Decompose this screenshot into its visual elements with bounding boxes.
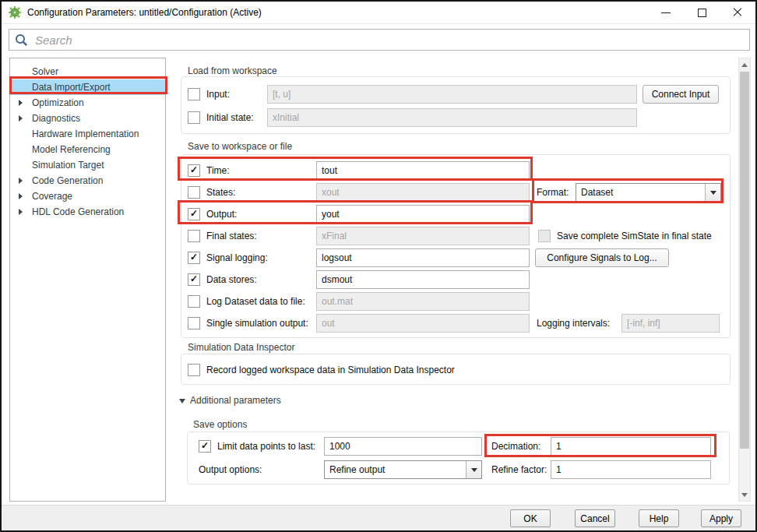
- help-button[interactable]: Help: [639, 509, 679, 527]
- additional-parameters-label: Additional parameters: [190, 395, 281, 406]
- section-title-sdi: Simulation Data Inspector: [188, 342, 294, 353]
- single-sim-output-label: Single simulation output:: [206, 318, 308, 329]
- final-states-field[interactable]: [316, 227, 530, 245]
- input-checkbox[interactable]: [188, 88, 200, 100]
- sidebar-item-solver[interactable]: Solver: [10, 64, 165, 79]
- sidebar-item-diagnostics[interactable]: Diagnostics: [10, 111, 165, 126]
- initial-state-checkbox[interactable]: [188, 111, 200, 124]
- limit-data-points-checkbox[interactable]: ✓: [199, 440, 211, 453]
- search-icon: [15, 33, 28, 47]
- scrollbar-thumb[interactable]: [740, 72, 749, 449]
- apply-button[interactable]: Apply: [701, 509, 741, 527]
- logging-intervals-field[interactable]: [621, 314, 720, 333]
- connect-input-button[interactable]: Connect Input: [643, 85, 719, 104]
- close-button[interactable]: [720, 2, 755, 23]
- expand-arrow-icon[interactable]: [19, 100, 23, 106]
- format-dropdown[interactable]: Dataset: [576, 183, 721, 202]
- states-checkbox[interactable]: [188, 186, 200, 199]
- chevron-up-icon: [741, 63, 748, 67]
- output-checkbox[interactable]: ✓: [188, 208, 200, 220]
- initial-state-field[interactable]: [267, 108, 637, 127]
- load-from-workspace-group: Input: Connect Input Initial state:: [181, 76, 731, 134]
- dropdown-arrow-icon[interactable]: [705, 184, 720, 201]
- expand-arrow-icon[interactable]: [19, 209, 23, 215]
- configure-signals-button[interactable]: Configure Signals to Log...: [535, 248, 669, 267]
- additional-parameters-header[interactable]: Additional parameters: [179, 395, 281, 406]
- format-value: Dataset: [576, 184, 705, 201]
- data-stores-checkbox[interactable]: ✓: [188, 273, 200, 286]
- sidebar-item-label: HDL Code Generation: [32, 206, 124, 217]
- record-sdi-checkbox[interactable]: [188, 364, 200, 376]
- sidebar-item-label: Model Referencing: [32, 144, 111, 155]
- input-field[interactable]: [267, 85, 637, 104]
- vertical-scrollbar[interactable]: [738, 58, 751, 502]
- ok-button[interactable]: OK: [510, 509, 551, 527]
- decimation-field[interactable]: [551, 437, 711, 456]
- single-sim-output-checkbox[interactable]: [188, 317, 200, 329]
- sidebar-item-label: Code Generation: [32, 175, 103, 186]
- input-label: Input:: [206, 89, 230, 100]
- sidebar-item-hdl-code-generation[interactable]: HDL Code Generation: [10, 204, 165, 220]
- dropdown-arrow-icon[interactable]: [466, 461, 481, 478]
- window-title: Configuration Parameters: untitled/Confi…: [27, 7, 262, 18]
- close-icon: [733, 8, 742, 17]
- section-title-save-to-workspace: Save to workspace or file: [188, 141, 292, 152]
- sidebar-item-label: Coverage: [32, 191, 72, 202]
- time-field[interactable]: [316, 161, 530, 180]
- data-stores-field[interactable]: [316, 270, 530, 289]
- collapse-arrow-icon[interactable]: [179, 399, 185, 403]
- check-icon: ✓: [190, 164, 198, 175]
- save-simstate-label: Save complete SimState in final state: [557, 231, 712, 241]
- sidebar-item-data-import-export[interactable]: Data Import/Export: [10, 79, 165, 95]
- maximize-icon: [698, 9, 706, 17]
- single-sim-output-field[interactable]: [316, 314, 530, 333]
- final-states-checkbox[interactable]: [188, 230, 200, 242]
- states-field[interactable]: [316, 183, 530, 202]
- maximize-button[interactable]: [684, 2, 720, 23]
- search-input[interactable]: [33, 33, 744, 48]
- sidebar-tree: Solver Data Import/Export Optimization D…: [9, 58, 166, 502]
- limit-data-points-field[interactable]: [324, 437, 482, 456]
- sidebar-item-label: Solver: [32, 66, 58, 77]
- check-icon: ✓: [190, 273, 198, 284]
- check-icon: ✓: [201, 440, 209, 451]
- states-label: States:: [206, 187, 235, 198]
- sidebar-item-simulation-target[interactable]: Simulation Target: [10, 157, 165, 173]
- log-dataset-label: Log Dataset data to file:: [206, 296, 305, 307]
- scroll-up-button[interactable]: [739, 58, 750, 71]
- output-field[interactable]: [316, 205, 530, 224]
- refine-factor-field[interactable]: [551, 460, 711, 479]
- sdi-group: Record logged workspace data in Simulati…: [181, 354, 731, 385]
- section-title-save-options: Save options: [193, 419, 247, 430]
- minimize-icon: [661, 12, 671, 13]
- sidebar-item-model-referencing[interactable]: Model Referencing: [10, 142, 165, 157]
- expand-arrow-icon[interactable]: [19, 115, 23, 122]
- configuration-parameters-window: Configuration Parameters: untitled/Confi…: [0, 0, 757, 532]
- sidebar-item-hardware-implementation[interactable]: Hardware Implementation: [10, 126, 165, 142]
- sidebar-item-coverage[interactable]: Coverage: [10, 188, 165, 204]
- signal-logging-checkbox[interactable]: ✓: [188, 252, 200, 264]
- output-label: Output:: [206, 209, 237, 220]
- limit-data-points-label: Limit data points to last:: [217, 441, 315, 452]
- scroll-down-button[interactable]: [739, 488, 750, 501]
- cancel-button[interactable]: Cancel: [575, 509, 615, 527]
- section-title-load-from-workspace: Load from workspace: [188, 65, 277, 76]
- expand-arrow-icon[interactable]: [19, 178, 23, 184]
- check-icon: ✓: [190, 252, 198, 262]
- sidebar-item-label: Simulation Target: [32, 160, 104, 171]
- search-bar: [9, 29, 750, 51]
- expand-arrow-icon[interactable]: [19, 193, 23, 199]
- minimize-button[interactable]: [648, 2, 684, 23]
- sidebar-item-label: Hardware Implementation: [32, 129, 139, 139]
- signal-logging-field[interactable]: [316, 248, 530, 267]
- sidebar-item-code-generation[interactable]: Code Generation: [10, 173, 165, 188]
- output-options-dropdown[interactable]: Refine output: [324, 460, 482, 479]
- time-checkbox[interactable]: ✓: [188, 164, 200, 177]
- save-simstate-checkbox[interactable]: [538, 230, 551, 242]
- sidebar-item-optimization[interactable]: Optimization: [10, 95, 165, 111]
- save-options-group: ✓ Limit data points to last: Decimation:…: [187, 432, 730, 484]
- logging-intervals-label: Logging intervals:: [537, 318, 610, 329]
- log-dataset-checkbox[interactable]: [188, 295, 200, 308]
- log-dataset-field[interactable]: [316, 292, 530, 311]
- output-options-value: Refine output: [325, 461, 466, 478]
